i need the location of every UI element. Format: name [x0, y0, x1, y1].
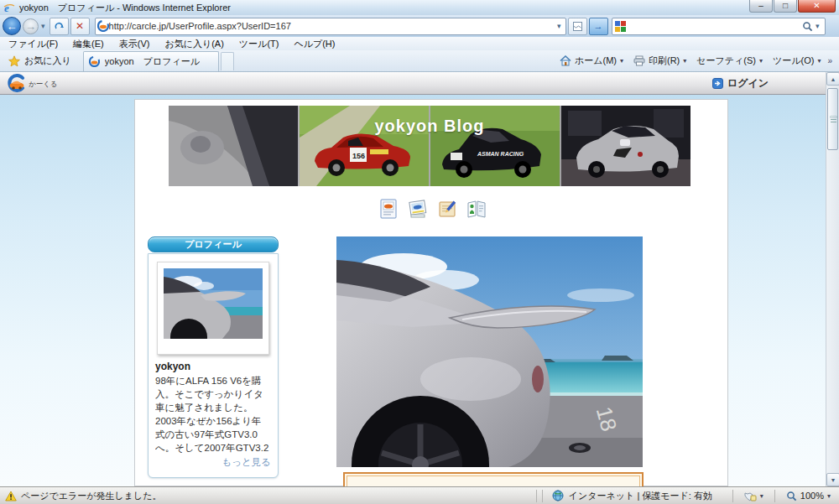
compatibility-icon	[572, 21, 583, 32]
close-button[interactable]: ✕	[798, 0, 836, 13]
menu-tools[interactable]: ツール(T)	[239, 38, 279, 50]
profile-photo	[164, 268, 263, 339]
command-overflow-chevron[interactable]: »	[827, 56, 832, 65]
go-button[interactable]: →	[589, 18, 608, 35]
login-button[interactable]: ログイン	[712, 76, 769, 91]
zoom-dropdown-icon[interactable]: ▾	[827, 492, 831, 500]
minimize-button[interactable]: –	[749, 0, 773, 13]
scroll-down-button[interactable]: ▼	[826, 473, 839, 486]
title-bar[interactable]: e yokyon プロフィール - Windows Internet Explo…	[0, 0, 839, 15]
go-arrow-icon: →	[594, 21, 603, 31]
status-zone[interactable]: インターネット | 保護モード: 有効	[545, 490, 730, 502]
zoom-control[interactable]: 100% ▾	[778, 491, 839, 501]
status-bar: ページでエラーが発生しました。 インターネット | 保護モード: 有効 ▾	[0, 486, 839, 504]
status-zone-text: インターネット | 保護モード: 有効	[569, 490, 712, 502]
print-button[interactable]: 印刷(R) ▾	[630, 53, 690, 69]
safety-dropdown-icon: ▾	[759, 57, 763, 65]
status-separator	[774, 490, 775, 502]
blog-title: yokyon Blog	[169, 117, 690, 136]
blog-banner: 156 ASMAN RACING	[169, 106, 690, 186]
forward-button[interactable]: →	[23, 18, 39, 34]
profile-header: プロフィール	[148, 236, 279, 252]
protected-mode-dropdown-icon[interactable]: ▾	[760, 492, 763, 500]
protected-mode-control[interactable]: ▾	[736, 491, 772, 501]
menu-view[interactable]: 表示(V)	[119, 38, 150, 50]
favorites-label: お気に入り	[24, 55, 71, 67]
search-dropdown-icon[interactable]: ▾	[816, 22, 820, 30]
status-separator	[732, 490, 733, 502]
menu-favorites[interactable]: お気に入り(A)	[164, 38, 223, 50]
print-label: 印刷(R)	[649, 55, 680, 67]
diary-memo-icon[interactable]	[437, 199, 457, 219]
tools-label: ツール(O)	[773, 55, 814, 67]
logo-text: かーくる	[29, 80, 58, 88]
search-magnifier-icon[interactable]	[802, 21, 813, 32]
login-arrow-icon	[712, 78, 723, 89]
protected-mode-icon	[744, 491, 757, 501]
livery-text: ASMAN RACING	[477, 151, 524, 157]
command-bar: ホーム(M) ▾ 印刷(R) ▾ セーフティ(S) ▾ ツール(O) ▾ »	[556, 53, 839, 69]
refresh-icon	[54, 21, 65, 32]
menu-help[interactable]: ヘルプ(H)	[294, 38, 335, 50]
carcle-logo[interactable]: かーくる	[7, 74, 72, 92]
menu-bar: ファイル(F) 編集(E) 表示(V) お気に入り(A) ツール(T) ヘルプ(…	[0, 37, 839, 50]
navigation-bar: ← → ▾ ✕ ▾ →	[0, 15, 839, 37]
safety-label: セーフティ(S)	[696, 55, 756, 67]
site-header: かーくる ログイン	[0, 72, 826, 95]
tab-yokyon-profile[interactable]: yokyon プロフィール	[83, 51, 219, 71]
tools-button[interactable]: ツール(O) ▾	[769, 53, 824, 69]
address-bar[interactable]: ▾	[95, 18, 566, 35]
ie-favicon: e	[3, 2, 15, 13]
tab-favicon	[89, 56, 100, 67]
profile-card-icon[interactable]	[378, 199, 399, 219]
home-dropdown-icon[interactable]: ▾	[620, 57, 623, 65]
blog-photo: 18	[336, 236, 643, 467]
race-number: 156	[352, 152, 365, 160]
search-box[interactable]: ▾	[612, 18, 826, 35]
window-controls: – □ ✕	[748, 0, 836, 13]
zoom-magnifier-icon	[786, 491, 797, 501]
profile-box: yokyon 98年にALFA 156 V6を購入。そこですっかりイタ車に魅了さ…	[148, 253, 279, 478]
safety-button[interactable]: セーフティ(S) ▾	[693, 53, 766, 69]
scrollbar-thumb[interactable]	[827, 88, 838, 150]
warning-icon	[5, 491, 17, 501]
scroll-up-button[interactable]: ▲	[826, 72, 839, 86]
home-button[interactable]: ホーム(M) ▾	[556, 53, 627, 69]
search-provider-icon	[615, 21, 626, 32]
status-error[interactable]: ページでエラーが発生しました。	[0, 490, 534, 502]
stop-icon: ✕	[76, 20, 84, 32]
tools-dropdown-icon: ▾	[817, 57, 821, 65]
history-dropdown-icon[interactable]: ▾	[41, 22, 45, 30]
favorites-button[interactable]: お気に入り	[0, 51, 80, 71]
blog-entry-box	[343, 472, 644, 486]
profile-bio: 98年にALFA 156 V6を購入。そこですっかりイタ車に魅了されました。20…	[155, 374, 271, 455]
status-separator	[542, 490, 543, 502]
menu-file[interactable]: ファイル(F)	[8, 38, 58, 50]
photo-album-icon[interactable]	[408, 199, 428, 219]
vertical-scrollbar[interactable]: ▲ ▼	[826, 72, 839, 486]
read-more-link[interactable]: もっと見る	[155, 456, 271, 469]
compatibility-view-button[interactable]	[568, 18, 587, 35]
address-input[interactable]	[109, 19, 555, 34]
stop-button[interactable]: ✕	[70, 18, 90, 35]
profile-sidebar: プロフィール	[148, 236, 279, 478]
friends-map-icon[interactable]	[466, 199, 487, 219]
search-input[interactable]	[629, 19, 802, 34]
new-tab-button[interactable]	[221, 52, 234, 70]
tab-title: yokyon プロフィール	[105, 55, 200, 68]
home-icon	[560, 55, 571, 66]
content-card: 156 ASMAN RACING	[134, 99, 728, 486]
internet-globe-icon	[552, 490, 564, 501]
back-button[interactable]: ←	[3, 17, 21, 35]
favorites-tab-bar: お気に入り yokyon プロフィール ホーム(M) ▾	[0, 50, 839, 72]
home-label: ホーム(M)	[575, 55, 617, 67]
address-dropdown-icon[interactable]: ▾	[557, 22, 561, 30]
refresh-button[interactable]	[50, 18, 69, 35]
status-separator	[536, 490, 537, 502]
profile-photo-polaroid	[157, 262, 269, 355]
menu-edit[interactable]: 編集(E)	[73, 38, 104, 50]
print-dropdown-icon[interactable]: ▾	[683, 57, 686, 65]
zoom-level-text: 100%	[800, 491, 824, 501]
maximize-button[interactable]: □	[774, 0, 797, 13]
page-viewport: かーくる ログイン	[0, 72, 826, 486]
